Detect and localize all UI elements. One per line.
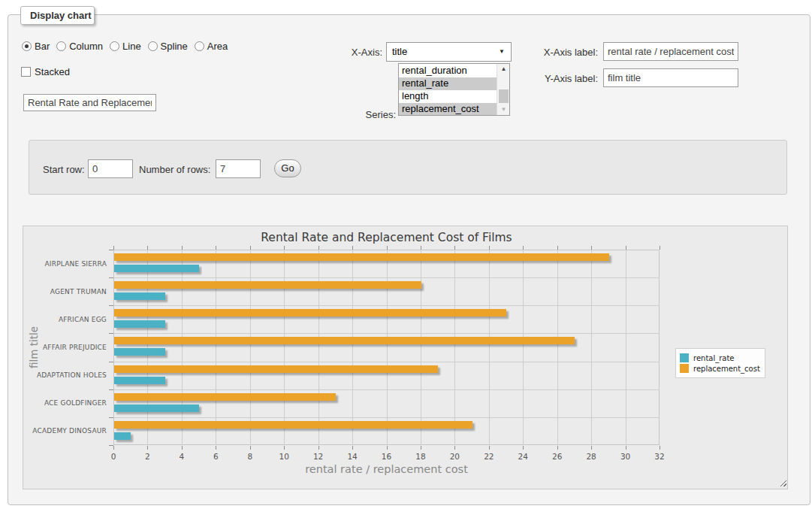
series-option-length[interactable]: length: [399, 90, 497, 103]
scrollbar-thumb[interactable]: [499, 89, 509, 103]
legend-entry-rental_rate: rental_rate: [680, 353, 760, 362]
tick-mark: [421, 246, 421, 250]
y-axis-label-input[interactable]: [603, 68, 738, 87]
gridline: [182, 250, 183, 445]
x-tick-label: 10: [274, 452, 294, 461]
gridline: [591, 250, 592, 445]
tick-mark: [109, 389, 113, 390]
chart-type-spline-label[interactable]: Spline: [161, 41, 188, 52]
bar-replacement_cost: [114, 393, 336, 401]
chart-type-line-label[interactable]: Line: [122, 41, 141, 52]
tick-mark: [318, 246, 319, 250]
stacked-option[interactable]: Stacked: [21, 66, 70, 77]
tick-mark: [109, 277, 113, 278]
gridline: [318, 250, 319, 445]
stacked-checkbox[interactable]: [21, 67, 31, 77]
num-rows-label: Number of rows:: [139, 164, 213, 175]
bar-rental_rate: [114, 320, 165, 328]
scroll-up-icon[interactable]: ▲: [497, 64, 510, 74]
x-axis-select-value: title: [392, 46, 407, 57]
gridline: [284, 250, 285, 445]
x-axis-label-input[interactable]: [603, 42, 738, 61]
x-axis-label-caption: X-Axis label:: [518, 47, 598, 58]
x-tick-label: 28: [581, 452, 601, 461]
chart-type-line[interactable]: Line: [110, 41, 141, 52]
y-category-label: ACE GOLDFINGER: [23, 399, 107, 407]
x-tick-label: 20: [445, 452, 464, 461]
gridline: [113, 305, 660, 306]
stacked-label[interactable]: Stacked: [35, 66, 70, 77]
tick-mark: [250, 246, 251, 250]
radio-bar-icon[interactable]: [22, 41, 32, 51]
series-option-replacement-cost[interactable]: replacement_cost: [399, 103, 497, 116]
series-option-rental-rate[interactable]: rental_rate: [399, 77, 497, 90]
gridline: [147, 250, 148, 445]
x-tick-label: 18: [411, 452, 430, 461]
tick-mark: [284, 446, 285, 450]
chart-title-input[interactable]: [23, 94, 156, 111]
chart-type-spline[interactable]: Spline: [148, 41, 188, 52]
tick-mark: [113, 446, 114, 450]
gridline: [387, 250, 388, 445]
tick-mark: [182, 446, 183, 450]
radio-spline-icon[interactable]: [148, 41, 158, 51]
chart-title: Rental Rate and Replacement Cost of Film…: [113, 231, 660, 244]
x-tick-label: 22: [479, 452, 499, 461]
x-tick-label: 26: [548, 452, 567, 461]
x-axis-select[interactable]: title ▼: [386, 42, 512, 62]
num-rows-input[interactable]: [216, 159, 261, 178]
bar-rental_rate: [114, 265, 199, 272]
tick-mark: [284, 246, 285, 250]
tick-mark: [454, 446, 455, 450]
x-tick-label: 32: [650, 452, 669, 461]
tick-mark: [113, 246, 114, 250]
tick-mark: [216, 446, 216, 450]
x-axis-title: rental rate / replacement cost: [113, 463, 660, 475]
chart-type-bar[interactable]: Bar: [22, 41, 50, 52]
tick-mark: [454, 246, 455, 250]
tick-mark: [352, 446, 353, 450]
bar-replacement_cost: [114, 421, 472, 429]
gridline: [421, 250, 421, 445]
x-tick-label: 14: [343, 452, 362, 461]
bar-replacement_cost: [114, 309, 506, 317]
y-axis-label-caption: Y-Axis label:: [518, 73, 598, 84]
y-category-label: AFFAIR PREJUDICE: [23, 344, 107, 351]
go-button[interactable]: Go: [274, 159, 301, 177]
gridline: [216, 250, 216, 445]
bar-rental_rate: [114, 292, 165, 300]
radio-line-icon[interactable]: [110, 41, 119, 51]
x-tick-label: 12: [309, 452, 328, 461]
legend-swatch-icon: [680, 364, 689, 373]
y-category-label: AIRPLANE SIERRA: [23, 260, 107, 268]
chart-type-bar-label[interactable]: Bar: [35, 41, 50, 52]
resize-handle-icon[interactable]: [778, 478, 786, 486]
series-multiselect[interactable]: rental_duration rental_rate length repla…: [398, 63, 510, 116]
scrollbar[interactable]: ▲ ▼: [497, 64, 509, 115]
chart-type-column[interactable]: Column: [56, 41, 103, 52]
tick-mark: [109, 362, 113, 362]
y-category-label: AGENT TRUMAN: [23, 288, 107, 295]
x-tick-label: 6: [206, 452, 225, 461]
series-option-rental-duration[interactable]: rental_duration: [399, 65, 497, 77]
tick-mark: [591, 246, 592, 250]
tick-mark: [591, 446, 592, 450]
tick-mark: [109, 445, 113, 446]
scroll-down-icon[interactable]: ▼: [497, 105, 510, 115]
bar-replacement_cost: [114, 365, 438, 373]
radio-column-icon[interactable]: [56, 41, 66, 51]
tick-mark: [421, 446, 421, 450]
y-category-label: ADAPTATION HOLES: [23, 371, 107, 379]
tick-mark: [147, 446, 148, 450]
gridline: [489, 250, 490, 445]
chart-type-area[interactable]: Area: [195, 41, 228, 52]
series-label: Series:: [323, 109, 396, 120]
gridline: [557, 250, 558, 445]
x-tick-label: 0: [104, 452, 123, 461]
chart-type-column-label[interactable]: Column: [69, 41, 103, 52]
tick-mark: [109, 305, 113, 306]
chart-area: Rental Rate and Replacement Cost of Film…: [23, 226, 788, 489]
radio-area-icon[interactable]: [195, 41, 204, 51]
chart-type-area-label[interactable]: Area: [207, 41, 228, 52]
start-row-input[interactable]: [88, 159, 133, 178]
